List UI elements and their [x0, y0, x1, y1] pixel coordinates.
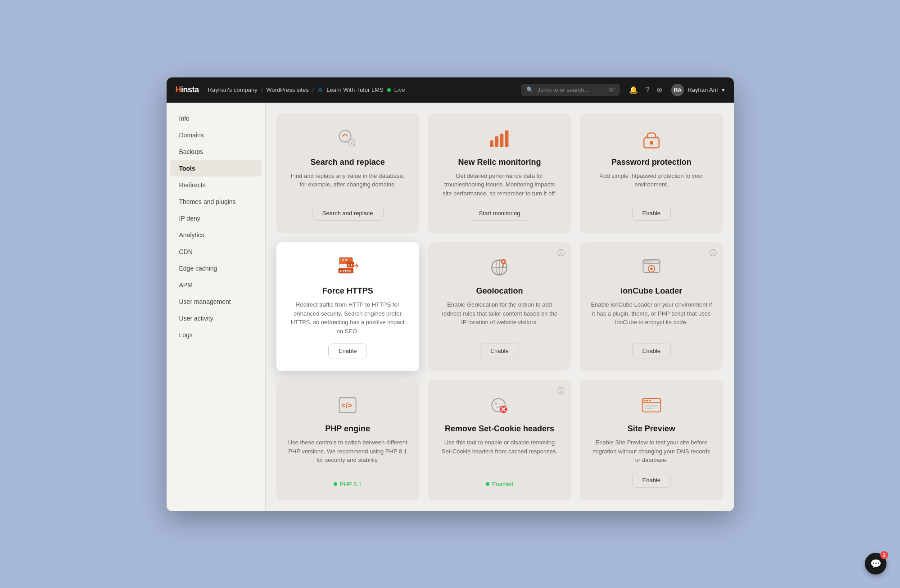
password-protection-desc: Add simple .htpasswd protection to your …: [591, 172, 712, 198]
cookie-icon: [487, 393, 512, 418]
main-layout: Info Domains Backups Tools Redirects The…: [167, 103, 734, 511]
geolocation-desc: Enable Geolocation for the option to add…: [439, 300, 560, 335]
sidebar-item-tools[interactable]: Tools: [170, 160, 262, 176]
logo: Hinsta: [176, 85, 199, 95]
site-preview-icon: [639, 393, 664, 418]
breadcrumb-sep1: /: [261, 86, 263, 93]
svg-rect-6: [505, 130, 508, 147]
svg-point-34: [495, 403, 497, 404]
svg-rect-4: [495, 136, 498, 147]
chat-icon: 💬: [870, 558, 882, 569]
sidebar-item-analytics[interactable]: Analytics: [170, 227, 262, 243]
tool-card-geolocation: ⓘ Geolocation: [428, 242, 571, 371]
new-relic-title: New Relic monitoring: [458, 158, 541, 167]
sidebar-item-info[interactable]: Info: [170, 110, 262, 127]
geolocation-enable-button[interactable]: Enable: [480, 344, 519, 358]
tool-card-new-relic: New Relic monitoring Get detailed perfor…: [428, 113, 571, 234]
sidebar-item-logs[interactable]: Logs: [170, 327, 262, 343]
sidebar-item-cdn[interactable]: CDN: [170, 244, 262, 260]
svg-text:↺: ↺: [351, 141, 354, 145]
sidebar-item-redirects[interactable]: Redirects: [170, 177, 262, 193]
svg-point-36: [497, 407, 498, 408]
geolocation-icon: [487, 255, 512, 280]
site-preview-title: Site Preview: [628, 424, 675, 434]
breadcrumb: Rayhan's company / WordPress sites / ⊕ L…: [208, 86, 512, 94]
search-icon: 🔍: [526, 86, 534, 93]
tool-card-site-preview: Site Preview Enable Site Preview to test…: [580, 380, 723, 500]
search-replace-icon: ↺: [335, 126, 360, 151]
ioncube-desc: Enable ionCube Loader on your environmen…: [591, 300, 712, 335]
new-relic-desc: Get detailed performance data for troubl…: [439, 172, 560, 198]
password-enable-button[interactable]: Enable: [632, 206, 671, 221]
tools-grid: ↺ Search and replace Find and replace an…: [276, 113, 723, 500]
php-icon: </>: [335, 393, 360, 418]
new-relic-icon: [487, 126, 512, 151]
ioncube-icon: [639, 255, 664, 280]
sidebar-item-apm[interactable]: APM: [170, 277, 262, 293]
svg-line-10: [657, 136, 658, 137]
top-nav: Hinsta Rayhan's company / WordPress site…: [167, 77, 734, 103]
breadcrumb-site[interactable]: Learn With Tutor LMS: [326, 86, 383, 93]
force-https-icon: HTTP HTTP HTTPS: [335, 255, 360, 280]
cookie-status: Enabled: [486, 481, 514, 488]
svg-text:</>: </>: [341, 401, 352, 410]
cookie-status-label: Enabled: [492, 481, 514, 488]
sidebar-item-edge-caching[interactable]: Edge caching: [170, 260, 262, 276]
geolocation-title: Geolocation: [476, 286, 523, 296]
php-desc: Use these controls to switch between dif…: [287, 438, 408, 473]
cookie-title: Remove Set-Cookie headers: [445, 424, 554, 434]
force-https-desc: Redirect traffic from HTTP to HTTPS for …: [287, 300, 408, 335]
php-status: PHP 8.1: [334, 481, 362, 488]
add-icon[interactable]: ⊕: [656, 86, 662, 94]
search-bar[interactable]: 🔍 Jump to or search... ⌘/: [521, 84, 620, 96]
svg-text:HTTP: HTTP: [340, 258, 348, 262]
svg-point-29: [647, 261, 648, 262]
svg-rect-3: [490, 140, 493, 147]
svg-point-42: [644, 400, 646, 402]
chat-button[interactable]: 💬 2: [865, 553, 886, 574]
svg-point-44: [649, 400, 651, 402]
geolocation-info-icon[interactable]: ⓘ: [557, 249, 565, 258]
sidebar: Info Domains Backups Tools Redirects The…: [167, 103, 266, 511]
breadcrumb-company[interactable]: Rayhan's company: [208, 86, 258, 93]
search-placeholder: Jump to or search...: [537, 86, 589, 93]
browser-window: Hinsta Rayhan's company / WordPress site…: [167, 77, 734, 511]
notifications-icon[interactable]: 🔔: [629, 86, 638, 94]
cookie-status-dot: [486, 482, 489, 486]
user-info[interactable]: RA Rayhan Arif ▾: [671, 84, 724, 96]
password-protection-title: Password protection: [611, 158, 692, 167]
help-icon[interactable]: ?: [645, 86, 649, 94]
tool-card-cookie: ⓘ Remove Set-Cookie he: [428, 380, 571, 500]
site-preview-enable-button[interactable]: Enable: [632, 473, 671, 488]
tools-content: ↺ Search and replace Find and replace an…: [266, 103, 734, 511]
chat-badge: 2: [880, 551, 888, 559]
force-https-title: Force HTTPS: [322, 286, 373, 296]
start-monitoring-button[interactable]: Start monitoring: [469, 206, 531, 221]
ioncube-info-icon[interactable]: ⓘ: [710, 249, 717, 258]
sidebar-item-backups[interactable]: Backups: [170, 144, 262, 160]
svg-point-43: [647, 400, 648, 402]
svg-rect-8: [650, 141, 653, 144]
chevron-down-icon: ▾: [722, 86, 725, 93]
svg-rect-5: [500, 133, 503, 147]
svg-point-23: [502, 261, 505, 263]
live-status-dot: [387, 88, 391, 92]
ioncube-enable-button[interactable]: Enable: [632, 344, 671, 358]
cookie-info-icon[interactable]: ⓘ: [557, 386, 565, 396]
search-replace-button[interactable]: Search and replace: [312, 206, 384, 221]
sidebar-item-user-management[interactable]: User management: [170, 294, 262, 310]
force-https-enable-button[interactable]: Enable: [328, 344, 367, 358]
svg-point-30: [649, 261, 651, 262]
sidebar-item-themes-plugins[interactable]: Themes and plugins: [170, 194, 262, 210]
php-title: PHP engine: [325, 424, 370, 434]
sidebar-item-domains[interactable]: Domains: [170, 127, 262, 143]
php-status-dot: [334, 482, 337, 486]
ioncube-title: ionCube Loader: [620, 286, 682, 296]
tool-card-php: </> PHP engine Use these controls to swi…: [276, 380, 419, 500]
sidebar-item-user-activity[interactable]: User activity: [170, 310, 262, 326]
svg-text:HTTPS: HTTPS: [340, 269, 351, 273]
breadcrumb-section[interactable]: WordPress sites: [266, 86, 308, 93]
site-preview-desc: Enable Site Preview to test your site be…: [591, 438, 712, 465]
sidebar-item-ip-deny[interactable]: IP deny: [170, 210, 262, 226]
search-replace-desc: Find and replace any value in the databa…: [287, 172, 408, 198]
